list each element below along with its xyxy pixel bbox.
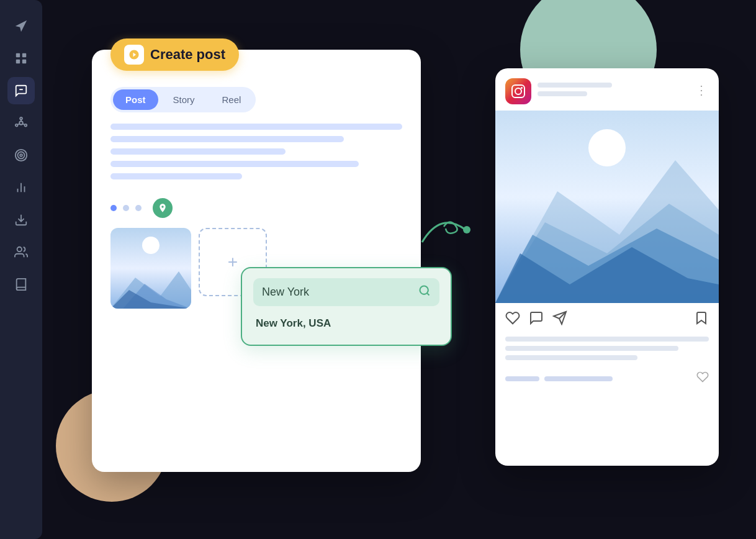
create-post-badge: Create post (110, 38, 239, 71)
svg-point-13 (18, 152, 25, 159)
sidebar-item-target[interactable] (7, 142, 35, 169)
svg-point-5 (19, 121, 23, 125)
instagram-like-button[interactable] (505, 310, 520, 329)
caption-line-2 (505, 346, 678, 351)
svg-point-28 (521, 87, 523, 89)
instagram-post-image (495, 111, 719, 303)
thumb-moon (142, 237, 160, 254)
dot-3 (135, 205, 142, 211)
svg-line-24 (427, 293, 430, 296)
instagram-image-mountains (495, 111, 719, 303)
post-text-area (110, 124, 402, 179)
location-pin-button[interactable] (153, 198, 173, 218)
likes-bar-1 (505, 376, 539, 381)
svg-point-23 (420, 286, 428, 294)
location-search-row: New York (253, 278, 439, 306)
svg-line-11 (17, 124, 20, 124)
dot-1 (110, 205, 117, 211)
sidebar-item-send[interactable] (7, 12, 35, 40)
text-line-1 (110, 124, 402, 130)
tab-reel[interactable]: Reel (210, 89, 254, 110)
instagram-save-button[interactable] (694, 310, 709, 329)
plus-icon: + (228, 252, 238, 272)
sidebar-item-network[interactable] (7, 109, 35, 137)
svg-rect-1 (22, 53, 26, 57)
svg-line-10 (22, 124, 25, 124)
text-line-4 (110, 161, 359, 167)
post-type-tabs: Post Story Reel (110, 87, 256, 112)
text-line-3 (110, 148, 286, 155)
tab-story[interactable]: Story (161, 89, 207, 110)
svg-point-6 (20, 117, 22, 120)
text-line-5 (110, 173, 242, 179)
username-line-2 (538, 91, 587, 96)
location-search-icon[interactable] (418, 284, 431, 300)
instagram-caption (495, 337, 719, 360)
svg-point-27 (515, 88, 521, 94)
caption-line-3 (505, 355, 637, 360)
username-line-1 (538, 83, 612, 88)
instagram-more-options[interactable]: ⋮ (695, 84, 709, 96)
svg-point-19 (17, 247, 22, 251)
thumb-mountains-svg (110, 259, 191, 309)
svg-rect-2 (16, 60, 20, 63)
likes-bar-2 (544, 376, 613, 381)
svg-point-25 (463, 226, 470, 233)
text-line-2 (110, 136, 344, 142)
dot-2 (123, 205, 129, 211)
create-post-badge-icon (124, 45, 144, 65)
connector-arrow (410, 205, 484, 255)
location-result-item[interactable]: New York, USA (253, 315, 439, 332)
sidebar-item-analytics[interactable] (7, 174, 35, 201)
sidebar (0, 0, 42, 539)
location-search-popup: New York New York, USA (241, 267, 452, 346)
svg-rect-26 (512, 85, 524, 97)
instagram-bottom-like[interactable] (696, 371, 709, 386)
instagram-comment-button[interactable] (529, 310, 544, 329)
svg-rect-3 (22, 60, 26, 63)
instagram-preview-card: ⋮ (495, 68, 719, 466)
instagram-likes-row (495, 365, 719, 390)
sidebar-item-messages[interactable] (7, 77, 35, 104)
create-post-label: Create post (150, 47, 225, 63)
sidebar-item-team[interactable] (7, 238, 35, 266)
sidebar-item-library[interactable] (7, 271, 35, 298)
sidebar-item-download[interactable] (7, 206, 35, 233)
svg-point-14 (20, 154, 22, 156)
media-thumbnail-1[interactable] (110, 228, 191, 309)
sidebar-item-dashboard[interactable] (7, 45, 35, 72)
instagram-share-button[interactable] (552, 310, 567, 329)
instagram-username-area (538, 83, 689, 100)
instagram-card-header: ⋮ (495, 68, 719, 111)
caption-line-1 (505, 337, 709, 342)
create-post-card: Create post Post Story Reel (92, 50, 421, 472)
tab-post[interactable]: Post (113, 89, 158, 110)
svg-rect-0 (16, 53, 20, 57)
instagram-actions-row (495, 303, 719, 337)
instagram-logo (505, 78, 531, 104)
location-search-input[interactable]: New York (262, 286, 412, 299)
media-indicators-row (110, 198, 402, 218)
